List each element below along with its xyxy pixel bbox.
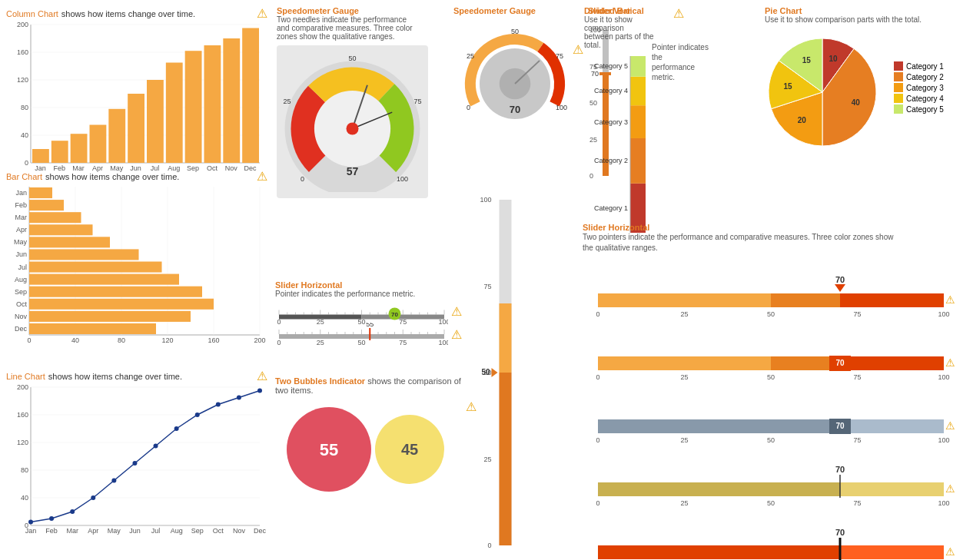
slider-h2-section: ⚠ (275, 323, 467, 346)
bubbles-title: Two Bubbles Indicator (275, 376, 365, 386)
bar-chart-desc: shows how items change over time. (45, 172, 179, 181)
bubbles-desc1: shows the comparison of (367, 376, 461, 386)
slider-h1-desc: Pointer indicates the performance metric… (275, 290, 467, 298)
slider-h1-canvas (275, 298, 448, 325)
bubbles-desc2: two items. (275, 386, 475, 395)
divided-bar-section: Divided Bar Use it to show comparisonbet… (584, 6, 684, 238)
bar-warning-icon: ⚠ (257, 169, 267, 184)
speedo1-section: Speedometer Gauge Two needles indicate t… (277, 6, 446, 198)
slider-h-right-desc: Two pointers indicate the performance an… (583, 232, 967, 253)
divided-bar-canvas (584, 52, 661, 237)
column-chart-canvas (6, 21, 267, 178)
line-warning-icon: ⚠ (257, 369, 267, 383)
bar-chart-canvas (6, 184, 267, 349)
speedo1-canvas (281, 50, 423, 192)
slider-h-right-title: Slider Horizontal (583, 223, 967, 232)
speedo1-title: Speedometer Gauge (277, 6, 446, 15)
speedo1-container (277, 45, 428, 198)
column-warning-icon: ⚠ (257, 6, 267, 21)
slider-vert2-desc: Pointer indicates theperformance metric. (652, 42, 713, 82)
speedo2-title: Speedometer Gauge (453, 6, 584, 15)
bar-chart-section: Bar Chart shows how items change over ti… (6, 169, 267, 349)
column-chart-section: Column Chart shows how items change over… (6, 6, 267, 178)
pie-legend: Category 1 Category 2 Category 3 Categor… (894, 61, 944, 115)
pie-desc: Use it to show comparison parts with the… (765, 15, 972, 24)
slider-h2-warning: ⚠ (451, 327, 462, 342)
speedo2-warning: ⚠ (573, 42, 583, 57)
divided-bar-title: Divided Bar (584, 6, 670, 15)
slider-h-right-section: Slider Horizontal Two pointers indicate … (583, 223, 967, 560)
legend-cat3: Category 3 (906, 84, 944, 92)
legend-cat5: Category 5 (906, 105, 944, 114)
column-chart-desc: shows how items change over time. (61, 9, 195, 18)
legend-cat1: Category 1 (906, 62, 944, 71)
legend-cat2: Category 2 (906, 73, 944, 81)
slider-vert-big-section (474, 184, 520, 560)
line-chart-title: Line Chart (6, 372, 45, 381)
pie-section: Pie Chart Use it to show comparison part… (765, 6, 972, 150)
pie-title: Pie Chart (765, 6, 972, 15)
bubbles-section: Two Bubbles Indicator shows the comparis… (275, 376, 475, 499)
bubbles-warning: ⚠ (466, 399, 477, 414)
slider-h-right-canvas (583, 257, 967, 560)
speedo2-section: Speedometer Gauge (453, 6, 584, 128)
bubbles-canvas (275, 399, 460, 499)
line-chart-canvas (6, 383, 267, 541)
line-chart-section: Line Chart shows how items change over t… (6, 369, 267, 541)
speedo1-desc: Two needles indicate the performanceand … (277, 15, 446, 41)
slider-h1-title: Slider Horizontal (275, 280, 467, 290)
slider-h1-warning: ⚠ (451, 304, 462, 319)
line-chart-desc: shows how items change over time. (48, 372, 182, 381)
pie-canvas (765, 27, 888, 150)
column-chart-title: Column Chart (6, 9, 58, 18)
slider-vert2-section: Pointer indicates theperformance metric. (652, 42, 713, 82)
slider-h2-canvas (275, 323, 448, 346)
legend-cat4: Category 4 (906, 94, 944, 103)
speedo2-canvas (453, 18, 576, 126)
slider-h1-section: Slider Horizontal Pointer indicates the … (275, 280, 467, 325)
divided-bar-warning: ⚠ (673, 6, 684, 238)
bar-chart-title: Bar Chart (6, 172, 42, 181)
slider-vert-big-canvas (474, 184, 516, 560)
